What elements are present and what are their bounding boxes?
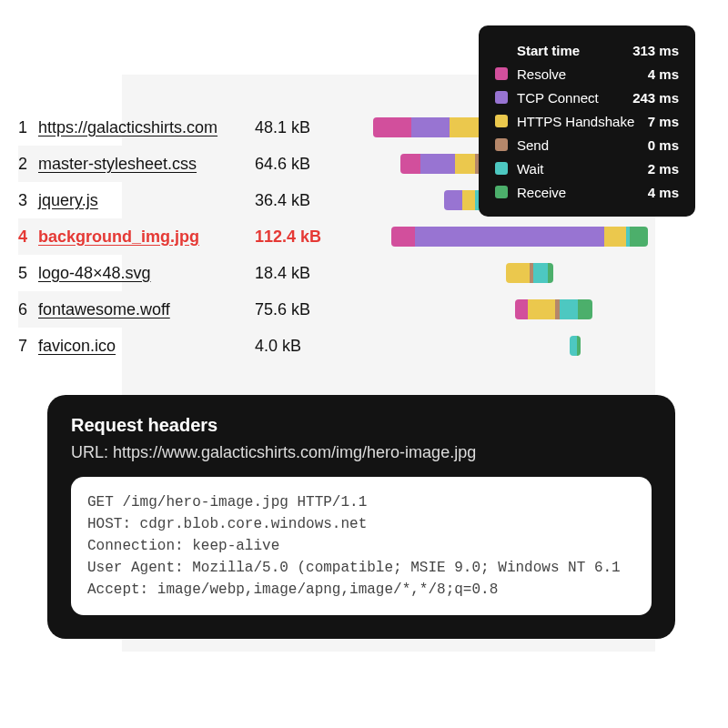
resource-size: 36.4 kB (255, 191, 310, 210)
legend-swatch (495, 91, 508, 104)
legend-title-value: 313 ms (632, 43, 679, 58)
panel-url: URL: https://www.galacticshirts.com/img/… (71, 443, 652, 462)
timing-bar (391, 227, 648, 247)
resource-name-link[interactable]: fontawesome.woff (38, 300, 170, 319)
resource-name-link[interactable]: background_img.jpg (38, 228, 199, 247)
resource-row[interactable]: 5logo-48×48.svg18.4 kB (18, 255, 637, 291)
resource-name-link[interactable]: jquery.js (38, 191, 98, 210)
legend-item: Send0 ms (495, 133, 679, 157)
segment-tcp (415, 227, 604, 247)
timing-bar (515, 299, 592, 319)
legend-swatch (495, 186, 508, 198)
segment-https (506, 263, 530, 283)
segment-resolve (391, 227, 415, 247)
resource-size: 75.6 kB (255, 300, 310, 319)
segment-https (528, 299, 555, 319)
legend-label: Wait (517, 161, 543, 177)
resource-size: 4.0 kB (255, 337, 301, 356)
legend-label: Send (517, 137, 549, 153)
legend-item: Wait2 ms (495, 157, 679, 180)
resource-name-link[interactable]: master-stylesheet.css (38, 155, 197, 174)
legend-swatch (495, 138, 508, 151)
legend-swatch (495, 162, 508, 175)
resource-name-link[interactable]: logo-48×48.svg (38, 264, 151, 283)
legend-title-label: Start time (517, 43, 580, 58)
legend-value: 0 ms (648, 137, 679, 153)
legend-value: 7 ms (648, 114, 679, 129)
resource-name-link[interactable]: favicon.ico (38, 337, 116, 356)
legend-item: Resolve4 ms (495, 62, 679, 86)
segment-tcp (420, 154, 455, 174)
legend-item: Receive4 ms (495, 180, 679, 204)
legend-item: HTTPS Handshake7 ms (495, 109, 679, 133)
resource-size: 48.1 kB (255, 118, 310, 137)
segment-resolve (373, 117, 411, 137)
segment-tcp (444, 190, 462, 210)
row-index: 4 (18, 228, 38, 247)
legend-label: Resolve (517, 66, 566, 82)
timing-legend: Start time 313 ms Resolve4 msTCP Connect… (479, 25, 695, 217)
raw-headers: GET /img/hero-image.jpg HTTP/1.1 HOST: c… (71, 477, 652, 615)
segment-receive (548, 263, 553, 283)
row-index: 7 (18, 337, 38, 356)
resource-size: 112.4 kB (255, 228, 321, 247)
segment-receive (577, 336, 581, 356)
legend-value: 4 ms (648, 66, 679, 82)
resource-row[interactable]: 4background_img.jpg112.4 kB (18, 218, 637, 255)
segment-resolve (515, 299, 528, 319)
request-headers-panel: Request headers URL: https://www.galacti… (47, 395, 675, 639)
legend-value: 2 ms (648, 161, 679, 177)
segment-tcp (411, 117, 450, 137)
timing-bar (570, 336, 581, 356)
segment-resolve (400, 154, 420, 174)
legend-swatch (495, 115, 508, 127)
segment-https (462, 190, 475, 210)
segment-receive (578, 299, 592, 319)
legend-label: HTTPS Handshake (517, 114, 634, 129)
segment-wait (560, 299, 578, 319)
legend-value: 4 ms (648, 185, 679, 200)
row-index: 1 (18, 118, 38, 137)
resource-row[interactable]: 6fontawesome.woff75.6 kB (18, 291, 637, 328)
row-index: 5 (18, 264, 38, 283)
legend-swatch (495, 67, 508, 80)
legend-label: TCP Connect (517, 90, 599, 106)
resource-row[interactable]: 7favicon.ico4.0 kB (18, 328, 637, 364)
segment-wait (533, 263, 548, 283)
segment-receive (630, 227, 648, 247)
resource-size: 18.4 kB (255, 264, 310, 283)
segment-https (604, 227, 626, 247)
segment-https (455, 154, 475, 174)
legend-value: 243 ms (632, 90, 679, 106)
resource-size: 64.6 kB (255, 155, 310, 174)
panel-title: Request headers (71, 415, 652, 436)
legend-label: Receive (517, 185, 566, 200)
timing-bar (506, 263, 553, 283)
row-index: 6 (18, 300, 38, 319)
row-index: 2 (18, 155, 38, 174)
legend-item: TCP Connect243 ms (495, 86, 679, 109)
legend-start-time: Start time 313 ms (495, 38, 679, 62)
row-index: 3 (18, 191, 38, 210)
resource-name-link[interactable]: https://galacticshirts.com (38, 118, 217, 137)
segment-wait (570, 336, 577, 356)
